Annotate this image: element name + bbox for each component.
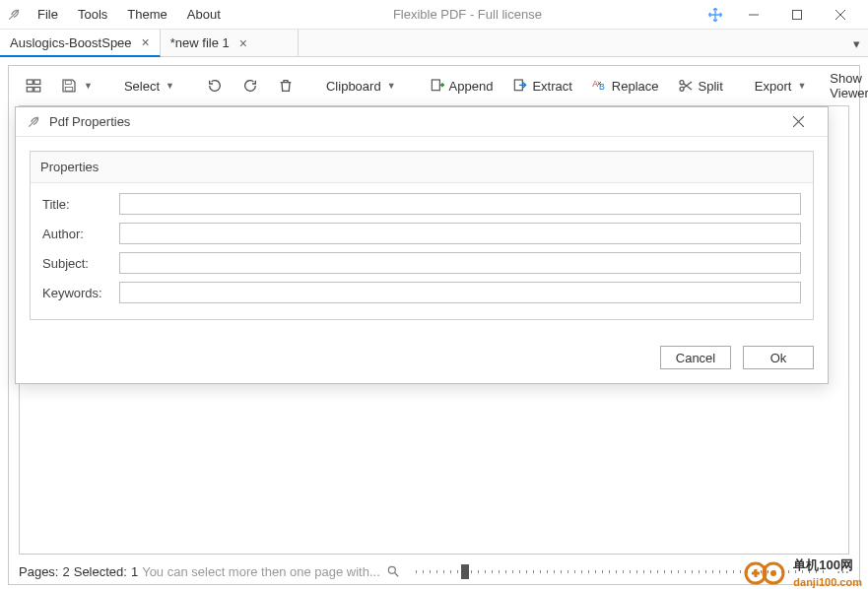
replace-label: Replace (612, 79, 659, 94)
tab-auslogics[interactable]: Auslogics-BoostSpee × (0, 30, 161, 57)
minimize-button[interactable] (732, 0, 775, 30)
svg-rect-9 (65, 88, 73, 92)
dialog-titlebar[interactable]: Pdf Properties (16, 107, 828, 137)
show-viewer-button[interactable]: Show Viewer (824, 67, 868, 104)
selected-label: Selected: (74, 564, 127, 579)
svg-rect-7 (34, 88, 40, 93)
window-title: Flexible PDF - Full license (229, 7, 706, 22)
show-viewer-label: Show Viewer (830, 71, 868, 100)
extract-button[interactable]: Extract (504, 73, 577, 98)
keywords-label: Keywords: (42, 286, 111, 300)
clipboard-label: Clipboard (326, 79, 381, 94)
ok-button[interactable]: Ok (743, 346, 814, 369)
clipboard-dropdown[interactable]: Clipboard▼ (320, 75, 402, 98)
svg-rect-5 (34, 80, 40, 85)
cancel-button[interactable]: Cancel (660, 346, 731, 369)
window-controls (732, 0, 862, 30)
svg-rect-4 (27, 80, 33, 85)
document-tabs: Auslogics-BoostSpee × *new file 1 × ▾ (0, 30, 868, 57)
svg-rect-8 (65, 81, 71, 85)
title-field[interactable] (119, 193, 801, 215)
extract-label: Extract (532, 79, 571, 94)
menu-theme[interactable]: Theme (119, 3, 174, 26)
pdf-properties-dialog: Pdf Properties Properties Title: Author:… (15, 106, 829, 384)
zoom-thumb[interactable] (461, 564, 469, 579)
save-icon (60, 77, 78, 95)
svg-rect-10 (432, 80, 439, 91)
replace-button[interactable]: ABReplace (584, 73, 665, 98)
svg-line-27 (395, 573, 399, 577)
toolbar: ▼ Select▼ Clipboard▼ Append Extract ABRe… (9, 66, 859, 105)
export-label: Export (755, 79, 792, 94)
properties-group: Properties Title: Author: Subject: Keywo… (30, 151, 814, 320)
append-label: Append (449, 79, 494, 94)
app-feather-icon (6, 7, 22, 23)
export-dropdown[interactable]: Export▼ (749, 75, 813, 98)
subject-field[interactable] (119, 252, 801, 274)
split-label: Split (699, 79, 723, 94)
statusbar: Pages: 2 Selected: 1 You can select more… (9, 558, 859, 584)
author-field[interactable] (119, 223, 801, 244)
tab-close-icon[interactable]: × (142, 34, 150, 50)
select-dropdown[interactable]: Select▼ (118, 75, 180, 98)
selected-count: 1 (131, 564, 138, 579)
svg-rect-1 (793, 10, 802, 19)
menu-tools[interactable]: Tools (70, 3, 115, 26)
dialog-close-button[interactable] (778, 107, 818, 137)
move-window-icon[interactable] (706, 6, 724, 24)
open-icon (25, 77, 42, 95)
zoom-slider[interactable] (416, 570, 829, 573)
tab-new-file[interactable]: *new file 1 × (161, 30, 299, 56)
main-menu: File Tools Theme About (30, 3, 229, 26)
tab-overflow-icon[interactable]: ▾ (853, 36, 860, 51)
append-icon (428, 77, 445, 95)
menu-about[interactable]: About (179, 3, 229, 26)
dialog-feather-icon (26, 114, 41, 130)
scissors-icon (677, 77, 695, 95)
chevron-down-icon: ▼ (166, 81, 174, 91)
properties-group-title: Properties (31, 152, 813, 183)
open-file-button[interactable] (19, 73, 48, 98)
menu-file[interactable]: File (30, 3, 66, 26)
svg-point-17 (680, 87, 684, 91)
svg-text:A: A (592, 79, 598, 89)
svg-rect-6 (27, 88, 33, 93)
split-button[interactable]: Split (671, 73, 729, 98)
append-button[interactable]: Append (422, 73, 500, 98)
rotate-right-icon (241, 77, 259, 95)
maximize-button[interactable] (775, 0, 819, 30)
trash-icon (277, 77, 295, 95)
save-button[interactable]: ▼ (54, 73, 99, 98)
svg-point-26 (388, 566, 395, 573)
keywords-field[interactable] (119, 282, 801, 303)
chevron-down-icon: ▼ (387, 81, 396, 91)
chevron-down-icon: ▼ (84, 81, 93, 91)
close-window-button[interactable] (819, 0, 862, 30)
replace-icon: AB (590, 77, 608, 95)
subject-label: Subject: (42, 256, 111, 271)
status-hint: You can select more then one page with..… (142, 564, 380, 579)
tab-label: *new file 1 (170, 35, 230, 50)
tab-close-icon[interactable]: × (239, 35, 247, 51)
extract-icon (510, 77, 528, 95)
title-label: Title: (42, 197, 111, 212)
pages-count: 2 (62, 564, 69, 579)
rotate-left-button[interactable] (200, 73, 230, 98)
delete-button[interactable] (271, 73, 300, 98)
zoom-more-icon[interactable]: ⋯ (836, 564, 849, 579)
dialog-title: Pdf Properties (49, 114, 778, 129)
select-label: Select (124, 79, 160, 94)
tab-label: Auslogics-BoostSpee (10, 35, 132, 50)
pages-label: Pages: (19, 564, 58, 579)
rotate-left-icon (206, 77, 224, 95)
author-label: Author: (42, 227, 111, 241)
svg-point-16 (680, 81, 684, 85)
magnify-icon[interactable] (384, 562, 402, 580)
titlebar: File Tools Theme About Flexible PDF - Fu… (0, 0, 868, 30)
rotate-right-button[interactable] (235, 73, 265, 98)
chevron-down-icon: ▼ (797, 81, 806, 91)
